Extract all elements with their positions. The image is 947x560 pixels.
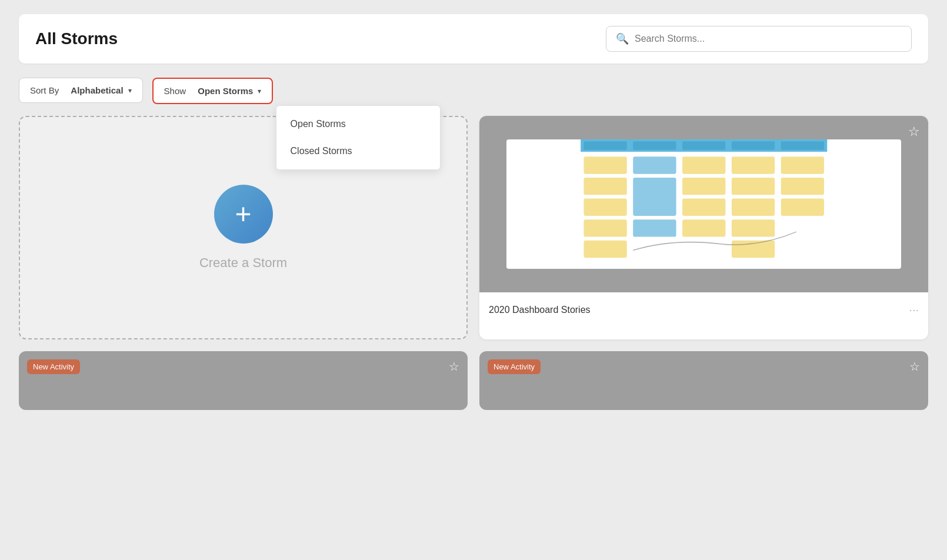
svg-rect-20 xyxy=(732,199,775,216)
show-storms-value: Open Storms xyxy=(198,86,253,96)
bottom-card-1[interactable]: New Activity ☆ xyxy=(479,351,928,410)
svg-rect-13 xyxy=(633,219,676,236)
svg-rect-8 xyxy=(583,199,626,216)
sort-button[interactable]: Sort By Alphabetical ▾ xyxy=(19,78,143,103)
storm-filter-dropdown: Open Storms Closed Storms xyxy=(276,105,441,170)
svg-rect-24 xyxy=(781,178,823,195)
search-input[interactable] xyxy=(635,34,902,44)
svg-rect-21 xyxy=(732,219,775,236)
svg-rect-16 xyxy=(682,199,725,216)
svg-rect-17 xyxy=(682,219,725,236)
svg-rect-18 xyxy=(732,156,775,174)
show-storms-prefix: Show xyxy=(164,86,186,96)
svg-rect-7 xyxy=(583,178,626,195)
page-title: All Storms xyxy=(35,29,118,48)
star-icon-bottom-1[interactable]: ☆ xyxy=(909,359,920,374)
create-storm-label: Create a Storm xyxy=(199,255,287,271)
storm-card-thumbnail-0 xyxy=(479,116,928,292)
header-bar: All Storms 🔍 xyxy=(19,14,928,64)
cards-grid: + Create a Storm xyxy=(19,116,928,339)
svg-rect-1 xyxy=(583,141,626,150)
chevron-down-icon-storms: ▾ xyxy=(258,87,261,95)
new-activity-badge-0: New Activity xyxy=(27,359,80,374)
controls-row: Sort By Alphabetical ▾ Show Open Storms … xyxy=(19,78,928,104)
svg-rect-23 xyxy=(781,156,823,174)
bottom-cards-row: New Activity ☆ New Activity ☆ xyxy=(19,351,928,410)
storm-card-footer-0: 2020 Dashboard Stories ··· xyxy=(479,292,928,327)
bottom-card-0[interactable]: New Activity ☆ xyxy=(19,351,468,410)
svg-rect-25 xyxy=(781,199,823,216)
svg-rect-10 xyxy=(583,241,626,258)
star-icon-0[interactable]: ☆ xyxy=(908,124,920,139)
svg-rect-4 xyxy=(732,141,775,150)
svg-rect-11 xyxy=(633,156,676,174)
search-wrapper[interactable]: 🔍 xyxy=(606,26,912,52)
dropdown-item-closed-storms[interactable]: Closed Storms xyxy=(276,138,440,165)
show-storms-button[interactable]: Show Open Storms ▾ xyxy=(152,78,274,104)
chevron-down-icon: ▾ xyxy=(128,86,132,95)
svg-rect-9 xyxy=(583,219,626,236)
page-container: All Storms 🔍 Sort By Alphabetical ▾ Show… xyxy=(0,0,947,560)
ellipsis-menu-icon[interactable]: ··· xyxy=(909,303,919,316)
star-icon-bottom-0[interactable]: ☆ xyxy=(449,359,459,374)
kanban-preview xyxy=(506,139,901,269)
search-icon: 🔍 xyxy=(616,32,629,45)
svg-rect-12 xyxy=(633,178,676,216)
storm-card-name-0: 2020 Dashboard Stories xyxy=(489,305,591,315)
svg-rect-22 xyxy=(732,241,775,258)
svg-rect-14 xyxy=(682,156,725,174)
show-storms-wrapper: Show Open Storms ▾ Open Storms Closed St… xyxy=(152,78,274,104)
svg-rect-2 xyxy=(633,141,676,150)
sort-label-value: Alphabetical xyxy=(71,85,123,95)
svg-rect-19 xyxy=(732,178,775,195)
svg-rect-6 xyxy=(583,156,626,174)
svg-rect-5 xyxy=(781,141,823,150)
new-activity-badge-1: New Activity xyxy=(488,359,541,374)
storm-card-0[interactable]: 2020 Dashboard Stories ··· ☆ xyxy=(479,116,928,339)
plus-icon: + xyxy=(214,185,273,244)
svg-rect-3 xyxy=(682,141,725,150)
svg-rect-15 xyxy=(682,178,725,195)
dropdown-item-open-storms[interactable]: Open Storms xyxy=(276,111,440,138)
sort-label-prefix: Sort By xyxy=(30,85,59,95)
